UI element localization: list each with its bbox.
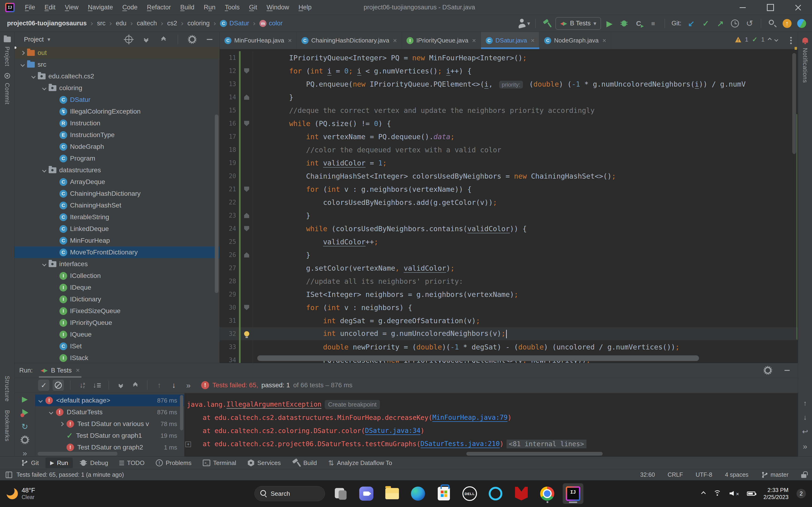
- fold-arrow-down-icon[interactable]: [244, 226, 249, 231]
- menu-item-help[interactable]: Help: [295, 2, 315, 13]
- close-tab-icon[interactable]: ×: [393, 37, 397, 44]
- menu-item-file[interactable]: File: [21, 2, 39, 13]
- chevron-right-icon[interactable]: [59, 422, 64, 426]
- coverage-button[interactable]: [632, 17, 645, 30]
- tree-item-iterablestring[interactable]: IterableString: [14, 211, 219, 223]
- breadcrumb-coloring[interactable]: coloring: [188, 20, 210, 27]
- fold-arrow-up-icon[interactable]: [244, 213, 249, 218]
- code-line-32[interactable]: 32 int uncolored = g.numUncoloredNeighbo…: [220, 327, 798, 340]
- fold-arrow-down-icon[interactable]: [244, 186, 249, 192]
- toolwindow-services[interactable]: Services: [243, 458, 286, 468]
- chevron-down-icon[interactable]: [49, 410, 53, 414]
- test-row-test-dsatur-on-graph2[interactable]: Test DSatur on graph21 ms: [35, 442, 184, 453]
- breadcrumb-edu[interactable]: edu: [116, 20, 126, 27]
- fold-arrow-up-icon[interactable]: [244, 95, 249, 100]
- project-panel-title[interactable]: Project: [24, 36, 44, 43]
- taskbar-mcafee[interactable]: [511, 483, 532, 504]
- test-row-dsaturtests[interactable]: DSaturTests876 ms: [35, 406, 184, 418]
- chevron-down-icon[interactable]: [42, 86, 46, 90]
- breadcrumb-project06-tuojiangosaurus[interactable]: project06-tuojiangosaurus: [7, 20, 87, 27]
- commit-circle-icon[interactable]: [4, 73, 10, 78]
- chevron-down-icon[interactable]: [20, 62, 25, 67]
- soft-wrap-icon[interactable]: [802, 428, 808, 436]
- taskbar-alexa[interactable]: [485, 483, 506, 504]
- code-line-20[interactable]: 20 ChainingHashSet<Integer> colorsUsedBy…: [220, 169, 798, 183]
- stop-button[interactable]: [647, 17, 659, 30]
- git-push-button[interactable]: [714, 17, 726, 30]
- toolwindow-run[interactable]: Run: [45, 458, 73, 468]
- tree-item-minfourheap[interactable]: MinFourHeap: [14, 235, 219, 246]
- status-message[interactable]: Tests failed: 65, passed: 1 (a minute ag…: [16, 471, 124, 478]
- locate-button[interactable]: [123, 33, 135, 46]
- breadcrumb-color[interactable]: color: [259, 20, 283, 27]
- tree-item-instructiontype[interactable]: InstructionType: [14, 129, 219, 141]
- start-button[interactable]: [229, 483, 249, 504]
- menu-item-tools[interactable]: Tools: [221, 2, 243, 13]
- tree-item-out[interactable]: out: [14, 47, 219, 59]
- status-lock[interactable]: [801, 472, 806, 478]
- fold-arrow-down-icon[interactable]: [244, 121, 249, 126]
- editor-vertical-scrollbar[interactable]: [792, 53, 796, 154]
- tree-item-src[interactable]: src: [14, 59, 219, 70]
- tree-item-idictionary[interactable]: IDictionary: [14, 293, 219, 305]
- code-area[interactable]: 11 IPriorityQueue<Integer> PQ = new MinF…: [220, 49, 798, 363]
- breadcrumb-src[interactable]: src: [97, 20, 105, 27]
- test-row--default-package-[interactable]: <default package>876 ms: [35, 395, 184, 406]
- taskbar-clock[interactable]: 2:33 PM 2/25/2023: [763, 487, 789, 501]
- taskbar-chat[interactable]: [356, 483, 376, 504]
- stripe-project[interactable]: Project: [4, 47, 11, 66]
- git-commit-button[interactable]: [700, 17, 712, 30]
- more-chevrons-button[interactable]: [183, 380, 194, 391]
- sort-duration-button[interactable]: [91, 380, 102, 391]
- code-line-23[interactable]: 23 }: [220, 209, 798, 222]
- debug-bug-button[interactable]: [618, 17, 630, 30]
- git-update-button[interactable]: [685, 17, 697, 30]
- code-line-15[interactable]: 15 //deque the correct vertex and update…: [220, 104, 798, 117]
- project-tree-scrollbar[interactable]: [215, 115, 218, 293]
- stripe-notifications[interactable]: Notifications: [802, 48, 808, 83]
- code-line-26[interactable]: 26 }: [220, 248, 798, 262]
- run-play-button[interactable]: [603, 17, 616, 30]
- code-line-28[interactable]: 28 //update all its neighbors' priority:: [220, 275, 798, 288]
- collapse-all-button[interactable]: [157, 33, 170, 46]
- settings-gear-button[interactable]: [186, 33, 198, 46]
- code-line-21[interactable]: 21 for (int v : g.neighbors(vertexName))…: [220, 183, 798, 196]
- chevron-down-icon[interactable]: [42, 262, 46, 266]
- show-passed-check-button[interactable]: [38, 380, 49, 391]
- close-button[interactable]: [784, 0, 812, 15]
- notification-count-badge[interactable]: 2: [797, 489, 806, 498]
- tree-item-ideque[interactable]: IDeque: [14, 282, 219, 293]
- sort-alpha-button[interactable]: [77, 380, 88, 391]
- expand-all-button[interactable]: [140, 33, 152, 46]
- auto-rerun-button[interactable]: [19, 422, 31, 431]
- chevron-down-icon[interactable]: [38, 398, 43, 402]
- hide-panel-button[interactable]: [203, 33, 216, 46]
- code-line-24[interactable]: 24 while (colorsUsedByNeighbors.contains…: [220, 222, 798, 235]
- code-line-33[interactable]: 33 double newPriority = (double)(-1 * de…: [220, 340, 798, 353]
- status-master[interactable]: master: [761, 471, 789, 478]
- tree-item-instruction[interactable]: Instruction: [14, 117, 219, 129]
- battery-icon[interactable]: [747, 492, 755, 496]
- toolwindow-build[interactable]: Build: [287, 458, 322, 468]
- code-line-19[interactable]: 19 int validColor = 1;: [220, 156, 798, 169]
- tree-item-ipriorityqueue[interactable]: IPriorityQueue: [14, 317, 219, 329]
- close-tab-icon[interactable]: ×: [288, 37, 292, 44]
- test-console[interactable]: java.lang.IllegalArgumentExceptionCreate…: [185, 393, 798, 457]
- status-utf-8[interactable]: UTF-8: [696, 471, 712, 478]
- rerun-failed-button[interactable]: [19, 409, 31, 416]
- code-line-25[interactable]: 25 validColor++;: [220, 235, 798, 248]
- taskbar-intellij-app[interactable]: [563, 483, 583, 504]
- more-options-icon[interactable]: [790, 40, 792, 41]
- status-32:60[interactable]: 32:60: [640, 471, 655, 478]
- chevron-down-icon[interactable]: [42, 168, 46, 172]
- toolwindow-todo[interactable]: TODO: [115, 458, 149, 468]
- code-line-30[interactable]: 30 for (int v : neighbors) {: [220, 301, 798, 314]
- more-chevrons-icon[interactable]: [803, 442, 807, 451]
- taskbar-dell[interactable]: [459, 483, 480, 504]
- fold-arrow-down-icon[interactable]: [244, 68, 249, 73]
- build-hammer-button[interactable]: [541, 17, 553, 30]
- fold-arrow-down-icon[interactable]: [244, 305, 249, 310]
- tab-dsatur.java[interactable]: DSatur.java×: [481, 32, 540, 49]
- breadcrumb-dsatur[interactable]: DSatur: [220, 20, 249, 27]
- code-line-27[interactable]: 27 g.setColor(vertexName, validColor);: [220, 262, 798, 275]
